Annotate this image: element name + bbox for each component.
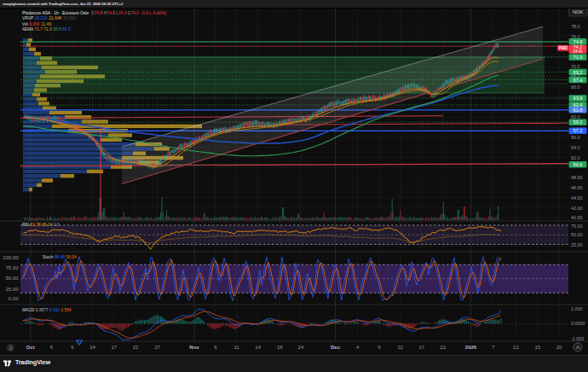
svg-text:PHO: PHO: [559, 46, 568, 50]
svg-text:25.00: 25.00: [571, 242, 583, 247]
svg-text:40.00: 40.00: [571, 215, 583, 220]
svg-text:61.8: 61.8: [574, 108, 583, 113]
svg-text:27: 27: [154, 345, 160, 350]
svg-text:56.0: 56.0: [571, 135, 580, 140]
svg-text:70.0: 70.0: [571, 64, 580, 69]
svg-text:12: 12: [397, 345, 403, 350]
svg-text:Dec: Dec: [331, 345, 341, 350]
svg-text:63.8: 63.8: [574, 96, 583, 101]
svg-text:59.2: 59.2: [574, 119, 583, 125]
svg-text:69.2: 69.2: [574, 70, 583, 75]
svg-text:12: 12: [513, 345, 519, 350]
svg-text:57.2: 57.2: [574, 128, 583, 133]
svg-text:78.0: 78.0: [571, 24, 580, 29]
svg-text:0.00: 0.00: [9, 296, 19, 301]
svg-text:17: 17: [418, 345, 424, 350]
svg-text:RSI 61.78 36.04 0 0: RSI 61.78 36.04 0 0: [22, 223, 60, 227]
svg-text:Vol 4.96K 11.4K: Vol 4.96K 11.4K: [22, 22, 52, 26]
svg-text:50.6: 50.6: [574, 162, 583, 167]
svg-text:54.0: 54.0: [571, 145, 580, 150]
svg-text:66.0: 66.0: [571, 84, 580, 90]
svg-text:11: 11: [233, 345, 239, 350]
svg-text:42.00: 42.00: [571, 206, 583, 211]
svg-text:4EMA 71.7 71.0 68.8 66.5: 4EMA 71.7 71.0 68.8 66.5: [22, 27, 71, 32]
svg-text:1.000: 1.000: [571, 306, 583, 311]
svg-text:Nov: Nov: [189, 345, 199, 350]
svg-text:75.00: 75.00: [571, 224, 583, 229]
svg-text:17: 17: [111, 345, 117, 350]
svg-text:71.9: 71.9: [574, 55, 583, 60]
svg-text:48.00: 48.00: [571, 175, 583, 180]
svg-text:52.0: 52.0: [571, 155, 580, 160]
svg-text:100.00: 100.00: [3, 255, 19, 260]
svg-text:0.0000: 0.0000: [571, 321, 585, 326]
svg-text:20: 20: [556, 345, 562, 350]
svg-text:24: 24: [298, 345, 304, 350]
svg-text:22: 22: [133, 345, 139, 350]
svg-text:Photocure ASA · 1h · Euronext: Photocure ASA · 1h · Euronext Oslo: [22, 11, 89, 15]
svg-text:67.4: 67.4: [574, 78, 583, 83]
svg-text:14: 14: [89, 345, 95, 350]
svg-text:50.00: 50.00: [571, 232, 583, 237]
svg-text:NOK: NOK: [573, 9, 584, 15]
svg-text:75.00: 75.00: [5, 265, 19, 270]
svg-text:2: 2: [9, 346, 12, 351]
svg-text:24:41: 24:41: [573, 49, 583, 54]
svg-text:15: 15: [534, 345, 540, 350]
svg-text:25.00: 25.00: [5, 287, 19, 292]
svg-text:46.00: 46.00: [571, 185, 583, 190]
svg-text:2026: 2026: [465, 345, 477, 350]
svg-text:-1.000: -1.000: [571, 336, 584, 341]
svg-text:VRVP 18.21K 21.64K 29.86K: VRVP 18.21K 21.64K 29.86K: [22, 16, 77, 20]
svg-text:O74.8 H74.8 L74.2 C74.2 −0.3 (: O74.8 H74.8 L74.2 C74.2 −0.3 (−0.40%): [91, 11, 167, 15]
svg-text:74.9: 74.9: [574, 39, 583, 44]
svg-text:22: 22: [440, 345, 446, 350]
svg-text:50.00: 50.00: [5, 276, 19, 281]
svg-text:Stoch 88.68 95.04: Stoch 88.68 95.04: [43, 255, 77, 259]
svg-text:44.00: 44.00: [571, 195, 583, 201]
svg-text:MACD 0.3577 0.911 0.554: MACD 0.3577 0.911 0.554: [22, 308, 72, 312]
svg-text:Oct: Oct: [26, 345, 35, 350]
svg-text:19: 19: [277, 345, 283, 350]
svg-text:14: 14: [255, 345, 261, 350]
